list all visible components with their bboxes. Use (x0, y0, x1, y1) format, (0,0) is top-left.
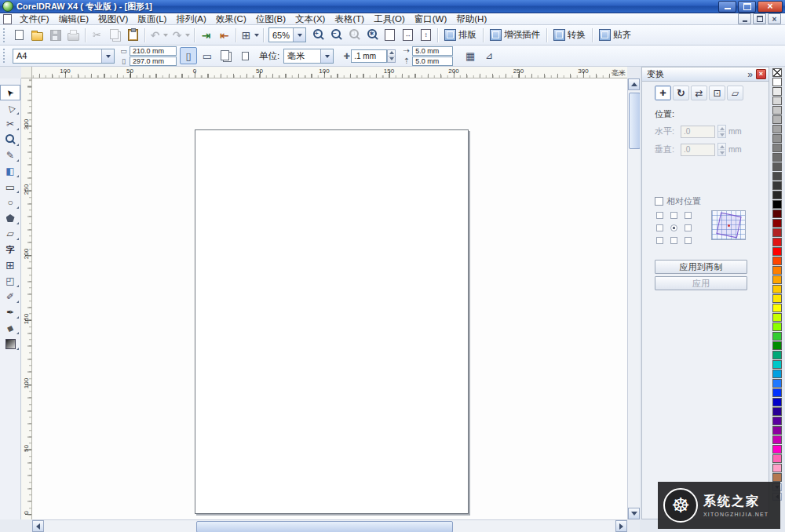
fill-tool[interactable] (0, 320, 20, 336)
app-launcher-button-dropdown[interactable] (253, 31, 260, 39)
zoom-out-button[interactable]: − (327, 26, 345, 44)
nudge-spinner[interactable] (387, 49, 396, 63)
duplicate-y-input[interactable]: 5.0 mm (412, 56, 453, 66)
transform-size-button[interactable] (709, 86, 725, 100)
palette-swatch-36[interactable] (772, 407, 782, 416)
paper-height-input[interactable]: 297.0 mm (130, 56, 177, 66)
palette-swatch-5[interactable] (772, 115, 782, 124)
menu-effects[interactable]: 效果(C) (211, 13, 251, 25)
palette-swatch-23[interactable] (772, 285, 782, 293)
portrait-button[interactable] (180, 47, 197, 64)
apply-button[interactable]: 应用 (655, 276, 747, 290)
palette-swatch-13[interactable] (772, 191, 782, 199)
basic-shapes-tool[interactable] (0, 226, 20, 242)
vertical-spinner[interactable] (717, 143, 726, 156)
cut-button[interactable] (88, 26, 106, 44)
crop-tool[interactable] (0, 116, 20, 132)
palette-swatch-12[interactable] (772, 181, 782, 190)
palette-swatch-7[interactable] (772, 134, 782, 143)
palette-swatch-26[interactable] (772, 313, 782, 322)
ruler-origin-corner[interactable] (21, 67, 32, 78)
palette-swatch-15[interactable] (772, 210, 782, 218)
drawing-scale-button[interactable] (480, 47, 498, 64)
shape-tool[interactable] (0, 100, 20, 116)
horizontal-spinner[interactable] (717, 125, 726, 138)
minimize-button[interactable] (718, 1, 736, 13)
palette-swatch-18[interactable] (772, 238, 782, 246)
close-button[interactable] (758, 1, 783, 13)
palette-swatch-38[interactable] (772, 426, 782, 435)
docker-overflow-icon[interactable]: » (747, 69, 753, 80)
property-bar-grip[interactable] (3, 49, 7, 63)
maximize-button[interactable] (738, 1, 756, 13)
zoom-in-button[interactable]: + (309, 26, 327, 44)
transform-rotation-button[interactable] (673, 86, 689, 100)
palette-swatch-17[interactable] (772, 228, 782, 237)
scroll-down-button[interactable] (628, 508, 640, 519)
undo-button-dropdown[interactable] (162, 31, 169, 39)
polygon-tool[interactable] (0, 210, 20, 226)
vertical-scroll-thumb[interactable] (629, 93, 641, 149)
anchor-bottom-left[interactable] (656, 237, 663, 244)
open-button[interactable] (28, 26, 46, 44)
zoom-level-combo[interactable]: 65% (268, 27, 306, 42)
palette-swatch-16[interactable] (772, 219, 782, 228)
units-combo-arrow[interactable] (320, 49, 333, 63)
redo-button-dropdown[interactable] (184, 31, 191, 39)
scroll-up-button[interactable] (628, 78, 640, 90)
palette-swatch-4[interactable] (772, 106, 782, 115)
menu-table[interactable]: 表格(T) (330, 13, 369, 25)
paper-size-combo[interactable]: A4 (13, 49, 115, 64)
vertical-scrollbar[interactable] (627, 78, 640, 519)
redo-button[interactable] (170, 26, 192, 44)
smart-fill-tool[interactable] (0, 163, 20, 179)
apply-to-duplicate-button[interactable]: 应用到再制 (655, 260, 747, 274)
document-icon[interactable] (3, 14, 12, 24)
transform-scale-mirror-button[interactable] (691, 86, 707, 100)
horizontal-input[interactable]: .0 (681, 126, 715, 138)
anchor-top-left[interactable] (656, 212, 663, 219)
anchor-bottom-right[interactable] (685, 237, 692, 244)
app-launcher-button[interactable] (239, 26, 261, 44)
document-page[interactable] (195, 129, 469, 514)
duplicate-x-input[interactable]: 5.0 mm (412, 46, 453, 56)
eyedropper-tool[interactable] (0, 289, 20, 304)
palette-swatch-33[interactable] (772, 379, 782, 388)
zoom-combo-arrow[interactable] (293, 28, 305, 42)
units-combo[interactable]: 毫米 (283, 49, 334, 64)
zoom-selected-button[interactable]: □ (345, 26, 363, 44)
menu-window[interactable]: 窗口(W) (410, 13, 452, 25)
zoom-page-button[interactable] (381, 26, 399, 44)
palette-swatch-42[interactable] (772, 464, 782, 472)
print-button[interactable] (64, 26, 82, 44)
table-tool[interactable] (0, 257, 20, 273)
transform-position-button[interactable] (655, 86, 671, 100)
menu-text[interactable]: 文本(X) (290, 13, 330, 25)
scroll-left-button[interactable] (32, 520, 44, 532)
convert-plugin-button[interactable]: 转换 (550, 27, 590, 44)
export-button[interactable] (215, 26, 233, 44)
mdi-minimize-button[interactable] (738, 13, 751, 24)
vertical-input[interactable]: .0 (681, 144, 715, 156)
menu-bitmaps[interactable]: 位图(B) (251, 13, 290, 25)
pick-tool[interactable] (0, 85, 20, 100)
palette-swatch-22[interactable] (772, 275, 782, 284)
palette-swatch-43[interactable] (772, 473, 782, 482)
palette-swatch-3[interactable] (772, 97, 782, 105)
horizontal-scroll-thumb[interactable] (196, 521, 453, 532)
text-tool[interactable] (0, 242, 20, 257)
palette-no-color-swatch[interactable] (772, 68, 782, 77)
palette-swatch-34[interactable] (772, 388, 782, 397)
nudge-input[interactable]: .1 mm (351, 49, 387, 63)
import-button[interactable] (197, 26, 215, 44)
palette-swatch-39[interactable] (772, 435, 782, 444)
anchor-center[interactable] (670, 224, 677, 231)
palette-swatch-28[interactable] (772, 332, 782, 341)
palette-swatch-20[interactable] (772, 257, 782, 265)
palette-swatch-11[interactable] (772, 172, 782, 180)
snap-grid-button[interactable] (462, 47, 479, 64)
scroll-right-button[interactable] (615, 520, 627, 532)
outline-pen-tool[interactable] (0, 304, 20, 320)
palette-swatch-10[interactable] (772, 162, 782, 171)
zoom-width-button[interactable]: ↔ (399, 26, 417, 44)
